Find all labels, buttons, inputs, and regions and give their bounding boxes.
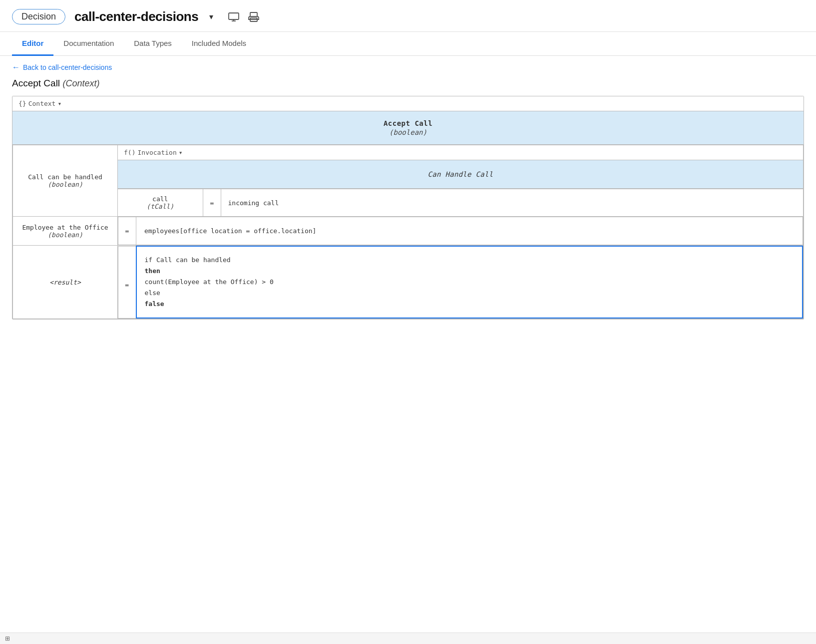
- invocation-dropdown-icon[interactable]: ▾: [179, 149, 183, 156]
- row-label-call-handled: Call can be handled (boolean): [13, 145, 118, 217]
- result-label: <result>: [13, 246, 118, 319]
- employee-table-row: = employees[office location = office.loc…: [118, 217, 803, 245]
- code-line-3: count(Employee at the Office) > 0: [145, 277, 795, 288]
- sub-table-row: call (tCall) = incoming call: [118, 189, 803, 217]
- print-icon[interactable]: [247, 12, 260, 22]
- status-bar: ⊞: [0, 633, 816, 644]
- employee-label-type: (boolean): [20, 231, 110, 239]
- context-header-row: {} Context ▾: [12, 96, 804, 111]
- status-icon: ⊞: [5, 635, 10, 642]
- result-equals: =: [118, 246, 136, 318]
- context-dropdown-icon[interactable]: ▾: [57, 100, 61, 107]
- result-table: = if Call can be handled then count(Empl…: [118, 246, 803, 319]
- call-label-cell: call (tCall): [118, 189, 203, 217]
- row-label-type: (boolean): [20, 181, 110, 188]
- code-line-5: false: [145, 299, 795, 310]
- page-header: Decision call-center-decisions ▾: [0, 0, 816, 32]
- call-label: call: [125, 195, 196, 203]
- page-title-name: Accept Call: [12, 78, 60, 88]
- tab-data-types[interactable]: Data Types: [124, 32, 182, 56]
- tab-included-models[interactable]: Included Models: [182, 32, 256, 56]
- tab-editor[interactable]: Editor: [12, 32, 53, 56]
- invocation-func-icon: f(): [124, 149, 135, 156]
- employee-label: Employee at the Office: [20, 224, 110, 231]
- context-label: Context: [28, 100, 56, 107]
- title-dropdown-icon[interactable]: ▾: [209, 12, 213, 21]
- table-row: Call can be handled (boolean) f() Invoca…: [13, 145, 804, 217]
- header-icons: [227, 12, 260, 22]
- accept-call-header: Accept Call (boolean): [12, 111, 804, 145]
- page-title: Accept Call (Context): [0, 76, 816, 96]
- result-outer-cell: = if Call can be handled then count(Empl…: [118, 246, 804, 319]
- decision-badge: Decision: [12, 9, 65, 24]
- back-arrow-icon: ←: [12, 63, 20, 72]
- context-icon: {}: [18, 100, 26, 107]
- sub-table: call (tCall) = incoming call: [118, 189, 803, 216]
- employee-table: = employees[office location = office.loc…: [118, 217, 803, 245]
- decision-title: call-center-decisions: [74, 9, 198, 24]
- svg-rect-0: [229, 13, 239, 19]
- back-link[interactable]: ← Back to call-center-decisions: [0, 56, 816, 76]
- page-title-type: (Context): [62, 78, 99, 88]
- incoming-call-value: incoming call: [228, 199, 279, 207]
- result-code-cell[interactable]: if Call can be handled then count(Employ…: [136, 246, 803, 318]
- code-line-2: then: [145, 266, 795, 277]
- row-label-employee: Employee at the Office (boolean): [13, 217, 118, 246]
- employee-expr-outer: = employees[office location = office.loc…: [118, 217, 804, 246]
- call-type: (tCall): [125, 203, 196, 210]
- code-line-4: else: [145, 288, 795, 299]
- table-row: <result> = if Call can be handled then c…: [13, 246, 804, 319]
- decision-table: Call can be handled (boolean) f() Invoca…: [12, 145, 804, 319]
- context-type-label[interactable]: {} Context ▾: [18, 100, 61, 107]
- result-table-row: = if Call can be handled then count(Empl…: [118, 246, 803, 318]
- monitor-icon[interactable]: [227, 12, 240, 22]
- tab-bar: Editor Documentation Data Types Included…: [0, 32, 816, 56]
- equals-sign: =: [203, 189, 221, 217]
- code-line-1: if Call can be handled: [145, 255, 795, 266]
- employee-expression-value: employees[office location = office.locat…: [144, 227, 316, 235]
- invocation-header-row: f() Invocation ▾: [118, 145, 803, 160]
- can-handle-call[interactable]: Can Handle Call: [118, 160, 803, 189]
- accept-call-type: (boolean): [17, 128, 799, 136]
- invocation-type-label[interactable]: f() Invocation ▾: [124, 149, 183, 156]
- employee-expression[interactable]: employees[office location = office.locat…: [136, 217, 803, 245]
- editor-container: {} Context ▾ Accept Call (boolean) Call …: [12, 96, 804, 320]
- back-link-label: Back to call-center-decisions: [23, 63, 112, 71]
- invocation-cell: f() Invocation ▾ Can Handle Call call (t…: [118, 145, 804, 217]
- accept-call-name: Accept Call: [17, 119, 799, 127]
- row-label-name: Call can be handled: [20, 173, 110, 181]
- invocation-label: Invocation: [137, 149, 176, 156]
- svg-point-5: [256, 17, 257, 18]
- svg-rect-3: [250, 12, 257, 16]
- employee-equals: =: [118, 217, 136, 245]
- incoming-call-cell[interactable]: incoming call: [221, 189, 803, 217]
- tab-documentation[interactable]: Documentation: [53, 32, 124, 56]
- table-row: Employee at the Office (boolean) = emplo…: [13, 217, 804, 246]
